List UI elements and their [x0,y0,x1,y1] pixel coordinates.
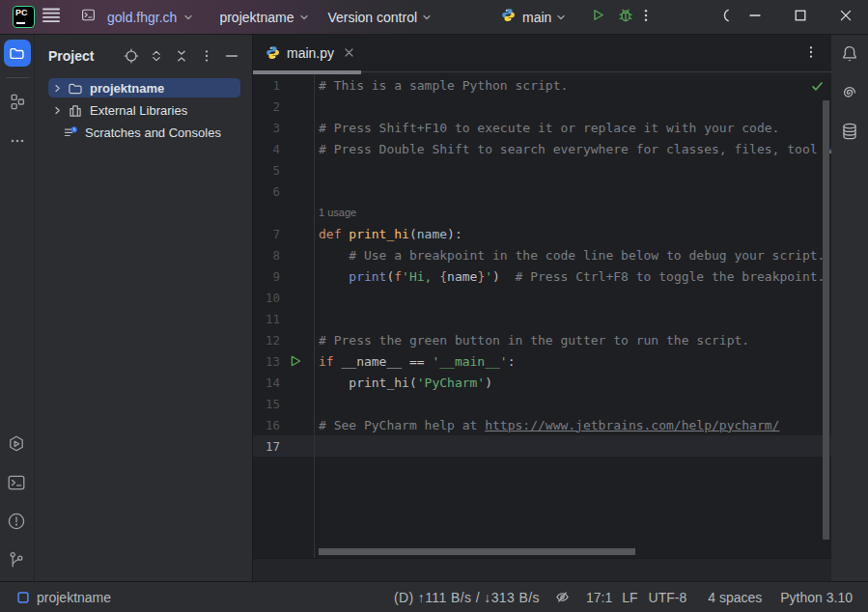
tree-item-projektname[interactable]: projektname [35,77,252,99]
line-number[interactable]: 12 [253,333,280,348]
project-menu[interactable]: projektname [219,10,294,25]
tab-close-button[interactable] [344,47,354,58]
line-number[interactable]: 3 [253,121,280,135]
status-indent[interactable]: 4 spaces [708,590,762,605]
tree-item-external-libraries[interactable]: External Libraries [35,99,252,122]
expand-all-button[interactable] [149,48,164,64]
problems-tool-button[interactable] [3,508,30,535]
line-number[interactable]: 11 [253,312,280,326]
code-editor[interactable]: 1# This is a sample Python script.23# Pr… [253,74,831,558]
chevron-right-icon[interactable] [52,83,63,94]
line-number[interactable]: 8 [253,248,280,263]
editor-column: main.py 1# This is a sample Python scrip… [253,35,831,581]
hide-panel-button[interactable] [224,48,239,64]
notifications-button[interactable] [838,42,861,66]
code-line-17[interactable]: 17 [253,435,831,457]
structure-tool-button[interactable] [4,89,31,116]
line-number[interactable]: 13 [253,354,280,369]
chevron-right-icon[interactable] [52,105,63,116]
code-line-14[interactable]: 14 print_hi('PyCharm') [253,372,831,393]
status-caret-position[interactable]: 17:1 [586,590,612,605]
close-button[interactable] [839,9,853,22]
ai-assistant-button[interactable] [838,81,861,104]
code-line-text: print(f'Hi, {name}') # Press Ctrl+F8 to … [319,269,825,284]
code-line-8[interactable]: 8 # Use a breakpoint in the code line be… [253,244,831,265]
line-number[interactable]: 7 [253,227,280,241]
collapse-all-button[interactable] [174,48,189,64]
editor-tab-bar: main.py [253,35,831,70]
tree-item-label: Scratches and Consoles [85,125,221,140]
locate-file-button[interactable] [124,48,139,64]
code-line-16[interactable]: 16# See PyCharm help at https://www.jetb… [253,414,831,435]
code-line-9[interactable]: 9 print(f'Hi, {name}') # Press Ctrl+F8 t… [253,265,831,287]
code-line-2[interactable]: 2 [253,96,831,117]
code-line-13[interactable]: 13if __name__ == '__main__': [253,350,831,372]
database-button[interactable] [838,120,861,143]
vertical-scrollbar[interactable] [823,100,829,540]
code-line-7[interactable]: 7def print_hi(name): [253,223,831,244]
line-number[interactable]: 10 [253,291,280,305]
line-number[interactable]: 1 [253,78,280,93]
code-line-3[interactable]: 3# Press Shift+F10 to execute it or repl… [253,117,831,138]
code-line-text: # Use a breakpoint in the code line belo… [319,248,825,263]
line-number[interactable]: 17 [253,439,280,454]
status-line-separator[interactable]: LF [622,590,637,605]
code-line-text: def print_hi(name): [319,227,462,241]
pycharm-logo-text: PC [15,8,28,17]
more-tool-windows-button[interactable] [4,127,31,154]
line-number[interactable]: 9 [253,269,280,284]
terminal-tool-button[interactable] [3,469,30,496]
run-gutter-icon[interactable] [289,354,302,368]
remote-host-menu[interactable]: gold.fhgr.ch [107,10,177,25]
status-network-stats[interactable]: (D) ↑111 B/s / ↓313 B/s [394,590,540,605]
debug-button[interactable] [618,8,633,23]
run-config-selector[interactable]: main [522,10,551,25]
main-menu-button[interactable] [42,8,61,23]
horizontal-scrollbar[interactable] [319,548,635,555]
tab-options-button[interactable] [803,44,819,60]
more-actions-button[interactable] [638,8,654,23]
scratches-icon [63,125,78,141]
code-line-4[interactable]: 4# Press Double Shift to search everywhe… [253,138,831,159]
right-tool-stripe [831,35,868,581]
line-number[interactable]: 15 [253,397,280,411]
tab-main-py[interactable]: main.py [253,35,366,70]
remote-host-chevron-icon [183,13,193,22]
status-project-name[interactable]: projektname [37,590,111,605]
minimize-button[interactable] [748,9,762,22]
theme-crescent-icon[interactable] [719,9,733,22]
tree-item-scratches-and-consoles[interactable]: Scratches and Consoles [35,122,252,144]
code-line-12[interactable]: 12# Press the green button in the gutter… [253,329,831,350]
code-line-5[interactable]: 5 [253,159,831,181]
code-line-1[interactable]: 1# This is a sample Python script. [253,74,831,96]
code-line-10[interactable]: 10 [253,287,831,308]
line-number[interactable]: 2 [253,99,280,114]
maximize-button[interactable] [794,9,807,22]
line-number[interactable]: 4 [253,142,280,156]
line-number[interactable]: 16 [253,418,280,432]
vcs-menu[interactable]: Version control [327,10,417,25]
line-number[interactable]: 5 [253,163,280,178]
code-line-text: # Press the green button in the gutter t… [319,333,749,348]
code-line-15[interactable]: 15 [253,393,831,414]
project-widget-icon [17,592,29,603]
code-line-6[interactable]: 6 [253,181,831,202]
project-tree: projektnameExternal LibrariesScratches a… [35,77,252,144]
status-encoding[interactable]: UTF-8 [649,590,687,605]
project-tool-button[interactable] [4,40,31,67]
highlighting-eye-icon[interactable] [555,590,570,604]
inlay-hint-row[interactable]: 1 usage [253,202,831,223]
vcs-tool-button[interactable] [3,546,30,573]
services-tool-button[interactable] [3,431,30,458]
panel-options-button[interactable] [199,48,214,64]
tab-label: main.py [287,45,334,61]
usages-inlay-hint[interactable]: 1 usage [319,207,356,218]
status-interpreter[interactable]: Python 3.10 [780,590,853,605]
line-number[interactable]: 14 [253,376,280,390]
folder-icon [68,81,83,97]
line-number[interactable]: 6 [253,184,280,199]
run-button[interactable] [591,8,605,22]
code-line-11[interactable]: 11 [253,308,831,329]
inspections-ok-icon[interactable] [811,80,824,93]
library-icon [68,103,83,119]
